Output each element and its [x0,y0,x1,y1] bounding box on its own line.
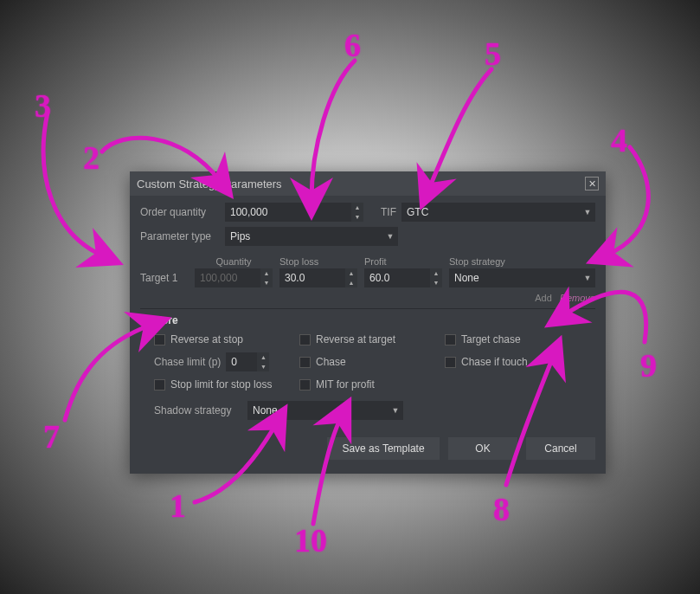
chase-limit-value: 0 [226,352,257,371]
reverse-at-target-checkbox[interactable]: Reverse at target [299,333,438,345]
reverse-at-stop-label: Reverse at stop [170,333,243,345]
annotation-10: 10 [294,521,327,559]
order-quantity-value: 100,000 [225,203,351,222]
annotation-7: 7 [43,417,60,455]
more-label: More [153,314,178,326]
annotation-8: 8 [493,490,510,528]
checkbox-icon [445,334,456,345]
close-icon: ✕ [588,178,596,190]
chevron-up-icon[interactable]: ▲ [257,352,269,362]
target-row: Target 1 100,000 ▲▼ 30.0 ▲▲ 60.0 ▲▼ None… [140,268,595,287]
col-stop-loss: Stop loss [279,256,357,267]
checkbox-icon [154,334,165,345]
target-quantity-spinner[interactable]: 100,000 ▲▼ [195,268,273,287]
chevron-down-icon[interactable]: ▼ [260,278,273,287]
target-label: Target 1 [140,272,188,284]
target-quantity-value: 100,000 [195,268,260,287]
close-button[interactable]: ✕ [585,177,599,190]
more-toggle[interactable]: ▼ More [140,308,595,333]
more-section: Reverse at stop Reverse at target Target… [140,333,595,397]
annotation-5: 5 [485,35,501,73]
target-chase-checkbox[interactable]: Target chase [445,333,595,345]
target-stop-strategy-select[interactable]: None ▼ [449,268,595,287]
shadow-strategy-select[interactable]: None ▼ [247,401,403,420]
target-profit-value: 60.0 [364,268,430,287]
parameter-type-value: Pips [225,227,382,246]
save-as-template-button[interactable]: Save as Template [327,437,440,460]
parameter-type-select[interactable]: Pips ▼ [225,227,398,246]
chase-checkbox[interactable]: Chase [299,352,438,371]
dialog-title: Custom Strategy Parameters [137,178,282,190]
checkbox-icon [445,357,456,368]
spinner-arrows[interactable]: ▲ ▼ [351,203,363,222]
parameter-type-label: Parameter type [140,230,220,242]
shadow-strategy-value: None [247,401,388,420]
target-stop-strategy-value: None [449,268,580,287]
reverse-at-stop-checkbox[interactable]: Reverse at stop [154,333,292,345]
chevron-up-icon[interactable]: ▲ [430,268,442,278]
chevron-down-icon[interactable]: ▼ [382,227,398,246]
checkbox-icon [299,357,311,368]
target-profit-spinner[interactable]: 60.0 ▲▼ [364,268,442,287]
tif-select[interactable]: GTC ▼ [401,203,595,222]
triangle-down-icon: ▼ [140,316,148,325]
shadow-strategy-label: Shadow strategy [154,404,241,416]
add-remove-row: Add Remove [140,291,595,308]
chase-if-touch-label: Chase if touch [461,356,528,368]
annotation-1: 1 [170,487,186,525]
strategy-parameters-dialog: Custom Strategy Parameters ✕ Order quant… [130,171,606,474]
chevron-down-icon[interactable]: ▼ [580,203,595,222]
col-quantity: Quantity [195,256,273,267]
tif-value: GTC [401,203,580,222]
shadow-strategy-row: Shadow strategy None ▼ [140,401,595,420]
checkbox-icon [299,334,311,345]
remove-target-link[interactable]: Remove [560,293,595,303]
add-target-link[interactable]: Add [535,293,552,303]
chase-limit-label: Chase limit (p) [154,356,221,368]
checkbox-icon [154,379,165,391]
mit-for-profit-label: MIT for profit [316,378,375,391]
tif-label: TIF [381,206,396,218]
annotation-6: 6 [344,26,361,64]
col-profit: Profit [364,256,442,267]
chevron-up-icon[interactable]: ▲ [345,268,357,278]
chevron-up-icon[interactable]: ▲ [351,203,363,212]
chevron-up-icon[interactable]: ▲ [260,268,273,278]
chevron-down-icon[interactable]: ▼ [351,212,363,222]
chevron-down-icon[interactable]: ▼ [580,268,595,287]
chevron-down-icon[interactable]: ▲ [345,278,357,287]
order-quantity-spinner[interactable]: 100,000 ▲ ▼ [225,203,363,222]
target-stoploss-value: 30.0 [279,268,345,287]
reverse-at-target-label: Reverse at target [316,333,395,345]
annotation-4: 4 [611,121,627,159]
annotation-3: 3 [35,87,51,125]
chevron-down-icon[interactable]: ▼ [257,362,269,371]
stop-limit-label: Stop limit for stop loss [170,378,272,391]
mit-for-profit-checkbox[interactable]: MIT for profit [299,378,438,391]
annotation-2: 2 [83,139,100,177]
ok-button[interactable]: OK [448,437,517,460]
target-chase-label: Target chase [461,333,521,345]
chase-limit-field: Chase limit (p) 0 ▲▼ [154,352,292,371]
annotation-9: 9 [640,346,657,384]
chase-limit-spinner[interactable]: 0 ▲▼ [226,352,269,371]
chase-label: Chase [316,356,346,368]
target-headers: Quantity Stop loss Profit Stop strategy [140,251,595,268]
chase-if-touch-checkbox[interactable]: Chase if touch [445,352,595,371]
stop-limit-for-stop-loss-checkbox[interactable]: Stop limit for stop loss [154,378,292,391]
chevron-down-icon[interactable]: ▼ [388,401,403,420]
chevron-down-icon[interactable]: ▼ [430,278,442,287]
checkbox-icon [299,379,311,391]
cancel-button[interactable]: Cancel [526,437,595,460]
order-quantity-label: Order quantity [140,206,220,218]
dialog-body: Order quantity 100,000 ▲ ▼ TIF GTC ▼ Par… [130,196,606,474]
col-stop-strategy: Stop strategy [449,256,595,267]
button-bar: Save as Template OK Cancel [140,430,595,465]
titlebar: Custom Strategy Parameters ✕ [130,171,606,196]
target-stoploss-spinner[interactable]: 30.0 ▲▲ [279,268,357,287]
